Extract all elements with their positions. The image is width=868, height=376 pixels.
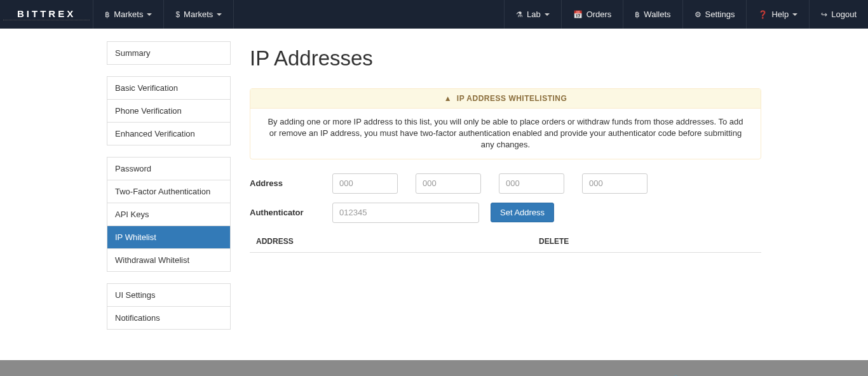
sidebar-group: Basic Verification Phone Verification En… [107, 76, 231, 145]
nav-right-group: ⚗ Lab 📅 Orders ฿ Wallets ⚙ Settings ❓ He… [504, 0, 868, 29]
nav-settings[interactable]: ⚙ Settings [682, 0, 747, 29]
nav-label: Settings [705, 10, 735, 19]
ip-octet-3-input[interactable] [499, 173, 564, 194]
warning-panel: ▲ IP ADDRESS WHITELISTING By adding one … [250, 88, 761, 159]
nav-lab[interactable]: ⚗ Lab [504, 0, 561, 29]
page-title: IP Addresses [250, 46, 761, 70]
nav-label: Markets [114, 10, 143, 19]
ip-table-header: ADDRESS DELETE [250, 232, 761, 253]
nav-orders[interactable]: 📅 Orders [561, 0, 623, 29]
caret-down-icon [545, 13, 550, 16]
calendar-icon: 📅 [573, 10, 583, 19]
nav-usd-markets[interactable]: $ Markets [163, 0, 234, 29]
sidebar-item-ip-whitelist[interactable]: IP Whitelist [107, 225, 230, 248]
bitcoin-icon: ฿ [105, 10, 110, 19]
bitcoin-icon: ฿ [635, 10, 640, 19]
nav-help[interactable]: ❓ Help [746, 0, 809, 29]
gear-icon: ⚙ [695, 10, 702, 19]
nav-left-group: ฿ Markets $ Markets [93, 0, 234, 29]
nav-label: Lab [527, 10, 541, 19]
sidebar-group: UI Settings Notifications [107, 283, 231, 330]
nav-label: Orders [587, 10, 612, 19]
set-address-button[interactable]: Set Address [491, 203, 554, 222]
nav-logout[interactable]: ↪ Logout [809, 0, 868, 29]
logout-icon: ↪ [821, 10, 827, 19]
brand-logo[interactable]: BITTREX [3, 8, 90, 20]
ip-octet-2-input[interactable] [416, 173, 481, 194]
column-delete: DELETE [539, 237, 755, 246]
ip-octet-4-input[interactable] [582, 173, 648, 194]
nav-label: Markets [184, 10, 213, 19]
nav-btc-markets[interactable]: ฿ Markets [93, 0, 163, 29]
warning-title: IP ADDRESS WHITELISTING [457, 94, 567, 103]
sidebar-item-two-factor[interactable]: Two-Factor Authentication [107, 180, 230, 203]
sidebar-group: Summary [107, 41, 231, 65]
warning-heading: ▲ IP ADDRESS WHITELISTING [250, 89, 761, 109]
caret-down-icon [217, 13, 222, 16]
main-content: IP Addresses ▲ IP ADDRESS WHITELISTING B… [250, 41, 761, 341]
sidebar-item-withdrawal-whitelist[interactable]: Withdrawal Whitelist [107, 248, 230, 271]
sidebar-item-enhanced-verification[interactable]: Enhanced Verification [107, 122, 230, 145]
dollar-icon: $ [175, 10, 180, 19]
authenticator-input[interactable] [332, 203, 479, 223]
ip-octet-1-input[interactable] [332, 173, 398, 194]
nav-wallets[interactable]: ฿ Wallets [623, 0, 682, 29]
nav-label: Wallets [644, 10, 670, 19]
address-row: Address [250, 173, 761, 194]
question-icon: ❓ [758, 10, 768, 19]
settings-sidebar: Summary Basic Verification Phone Verific… [107, 41, 231, 341]
column-address: ADDRESS [256, 237, 539, 246]
caret-down-icon [792, 13, 797, 16]
nav-label: Logout [831, 10, 857, 19]
warning-body: By adding one or more IP address to this… [250, 109, 761, 159]
sidebar-item-phone-verification[interactable]: Phone Verification [107, 99, 230, 122]
authenticator-row: Authenticator Set Address [250, 203, 761, 223]
nav-label: Help [771, 10, 789, 19]
sidebar-item-ui-settings[interactable]: UI Settings [107, 284, 230, 306]
footer-links: About Privacy Website Status API Documen… [0, 360, 868, 376]
sidebar-item-password[interactable]: Password [107, 158, 230, 180]
authenticator-label: Authenticator [250, 208, 332, 217]
caret-down-icon [147, 13, 152, 16]
address-label: Address [250, 178, 332, 188]
sidebar-item-summary[interactable]: Summary [107, 42, 230, 64]
sidebar-item-api-keys[interactable]: API Keys [107, 203, 230, 225]
top-navbar: BITTREX ฿ Markets $ Markets ⚗ Lab 📅 Orde… [0, 0, 868, 29]
warning-icon: ▲ [444, 94, 452, 103]
sidebar-item-basic-verification[interactable]: Basic Verification [107, 77, 230, 99]
lab-icon: ⚗ [516, 10, 523, 19]
sidebar-group: Password Two-Factor Authentication API K… [107, 157, 231, 272]
sidebar-item-notifications[interactable]: Notifications [107, 306, 230, 329]
